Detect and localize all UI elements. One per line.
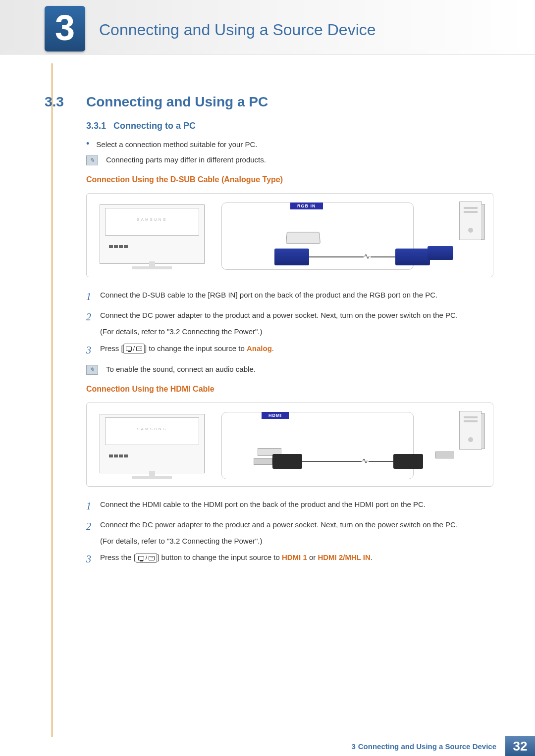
hdmi-plug-tip-icon — [254, 458, 272, 465]
step-suffix: . — [371, 553, 373, 561]
step-text: Connect the HDMI cable to the HDMI port … — [100, 499, 493, 514]
source-button-icon: / — [123, 344, 145, 354]
step-text: Connect the D-SUB cable to the [RGB IN] … — [100, 289, 493, 304]
chapter-header: 3 Connecting and Using a Source Device — [0, 0, 535, 54]
note-icon: ✎ — [86, 155, 98, 165]
pc-vga-connector-icon — [428, 246, 453, 260]
cable-line — [302, 461, 362, 462]
monitor-icon: SAMSUNG — [100, 414, 205, 473]
hdmi-heading: Connection Using the HDMI Cable — [86, 385, 493, 394]
step-number: 3 — [86, 552, 100, 567]
step-post: ] to change the input source to — [145, 344, 247, 353]
footer-chapter-number: 3 — [351, 742, 355, 751]
step-detail: (For details, refer to "3.2 Connecting t… — [100, 326, 493, 337]
page-number: 32 — [505, 736, 535, 756]
step-pre: Press [ — [100, 344, 123, 353]
hdmi-step-2: 2 Connect the DC power adapter to the pr… — [86, 519, 493, 547]
hdmi-step-1: 1 Connect the HDMI cable to the HDMI por… — [86, 499, 493, 514]
dsub-step-2: 2 Connect the DC power adapter to the pr… — [86, 309, 493, 338]
page-content: 3.3 Connecting and Using a PC 3.3.1 Conn… — [45, 94, 493, 572]
step-suffix: . — [272, 344, 274, 353]
subsection-heading: 3.3.1 Connecting to a PC — [86, 121, 493, 131]
dsub-heading: Connection Using the D-SUB Cable (Analog… — [86, 175, 493, 184]
analog-mode: Analog — [247, 344, 272, 353]
step-or: or — [307, 553, 318, 561]
port-panel: HDMI ∿ — [221, 412, 414, 479]
section-title: Connecting and Using a PC — [86, 94, 268, 110]
step-number: 1 — [86, 499, 100, 514]
dsub-step-3: 3 Press [/] to change the input source t… — [86, 343, 493, 358]
page-footer: 3 Connecting and Using a Source Device 3… — [0, 736, 535, 756]
port-panel: RGB IN ∿ — [221, 202, 414, 270]
step-detail: (For details, refer to "3.2 Connecting t… — [100, 535, 493, 547]
intro-note: ✎ Connecting parts may differ in differe… — [86, 155, 493, 165]
cable-line — [309, 256, 364, 257]
step-number: 2 — [86, 309, 100, 338]
vga-port-icon — [286, 232, 321, 244]
cable-line — [369, 461, 393, 462]
dsub-connector-right-icon — [395, 249, 430, 265]
hdmi-connector-left-icon — [272, 454, 302, 469]
dsub-step-1: 1 Connect the D-SUB cable to the [RGB IN… — [86, 289, 493, 304]
dsub-diagram: SAMSUNG RGB IN ∿ — [86, 193, 493, 277]
hdmi-diagram: SAMSUNG HDMI ∿ — [86, 403, 493, 487]
step-number: 3 — [86, 343, 100, 358]
step-pre: Press the [ — [100, 553, 136, 561]
intro-note-text: Connecting parts may differ in different… — [106, 155, 266, 164]
intro-bullet-text: Select a connection method suitable for … — [96, 140, 257, 149]
monitor-brand: SAMSUNG — [105, 208, 199, 236]
cable-break-icon: ∿ — [364, 252, 370, 261]
hdmi-label: HDMI — [262, 412, 289, 419]
step-text: Connect the DC power adapter to the prod… — [100, 311, 458, 319]
hdmi-step-3: 3 Press the [/] button to change the inp… — [86, 552, 493, 567]
cable-break-icon: ∿ — [362, 456, 368, 465]
chapter-number-badge: 3 — [45, 6, 85, 51]
dsub-note: ✎ To enable the sound, connect an audio … — [86, 365, 493, 375]
footer-chapter-title: 3 Connecting and Using a Source Device — [351, 736, 505, 756]
bullet-icon: • — [86, 140, 89, 148]
subsection-number: 3.3.1 — [86, 121, 106, 131]
monitor-icon: SAMSUNG — [100, 204, 205, 264]
dsub-connector-left-icon — [274, 249, 309, 265]
intro-bullet: • Select a connection method suitable fo… — [86, 140, 493, 149]
section-number: 3.3 — [45, 94, 86, 110]
subsection-title: Connecting to a PC — [113, 121, 196, 131]
note-icon: ✎ — [86, 365, 98, 375]
monitor-brand: SAMSUNG — [105, 417, 199, 445]
section-heading: 3.3 Connecting and Using a PC — [45, 94, 493, 110]
pc-tower-icon — [459, 411, 482, 450]
step-number: 2 — [86, 519, 100, 547]
footer-title-text: Connecting and Using a Source Device — [358, 742, 496, 751]
pc-tower-icon — [459, 202, 482, 240]
dsub-note-text: To enable the sound, connect an audio ca… — [106, 365, 256, 373]
chapter-title: Connecting and Using a Source Device — [99, 21, 376, 39]
hdmi1-mode: HDMI 1 — [282, 553, 307, 561]
hdmi-steps: 1 Connect the HDMI cable to the HDMI por… — [86, 499, 493, 567]
hdmi-connector-right-icon — [393, 454, 423, 469]
dsub-steps: 1 Connect the D-SUB cable to the [RGB IN… — [86, 289, 493, 358]
step-text: Connect the DC power adapter to the prod… — [100, 520, 458, 529]
step-number: 1 — [86, 289, 100, 304]
cable-line — [371, 256, 395, 257]
hdmi2-mode: HDMI 2/MHL IN — [318, 553, 370, 561]
rgb-in-label: RGB IN — [290, 202, 323, 209]
step-post: ] button to change the input source to — [157, 553, 282, 561]
pc-hdmi-plug-icon — [435, 452, 454, 458]
source-button-icon: / — [136, 553, 157, 563]
